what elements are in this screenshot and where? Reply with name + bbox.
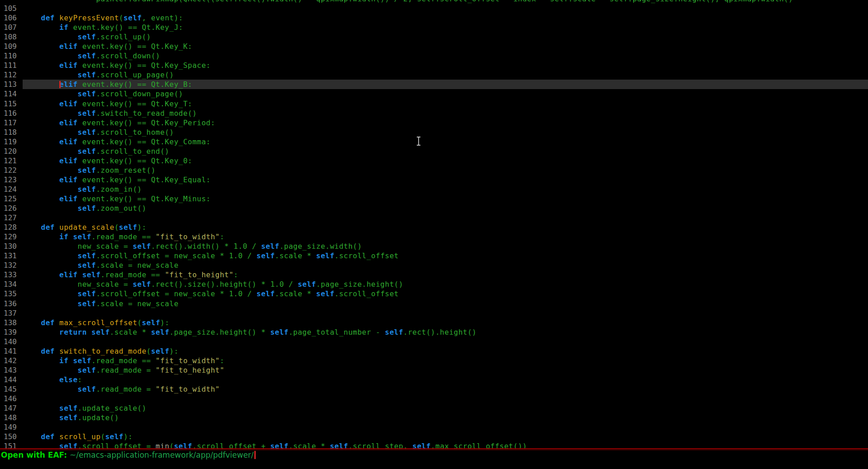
code-text: self.scroll_offset = min(self.scroll_off… bbox=[23, 441, 868, 448]
code-line-138[interactable]: 138 def max_scroll_offset(self): bbox=[0, 318, 868, 327]
line-number: 133 bbox=[0, 270, 23, 280]
code-line-clipped-top[interactable]: painter.drawPixmap(QRect((self.rect().wi… bbox=[0, 0, 868, 4]
code-line-151[interactable]: 151 self.scroll_offset = min(self.scroll… bbox=[0, 441, 868, 448]
code-line-148[interactable]: 148 self.update() bbox=[0, 413, 868, 422]
line-number: 139 bbox=[0, 327, 23, 337]
code-line-114[interactable]: 114 self.scroll_down_page() bbox=[0, 89, 868, 99]
line-number: 124 bbox=[0, 185, 23, 194]
minibuffer-input[interactable]: ~/emacs-application-framework/app/pdfvie… bbox=[70, 450, 254, 460]
line-number: 142 bbox=[0, 356, 23, 365]
code-line-105[interactable]: 105 bbox=[0, 4, 868, 13]
code-line-144[interactable]: 144 else: bbox=[0, 375, 868, 384]
line-number: 121 bbox=[0, 156, 23, 166]
line-number: 150 bbox=[0, 432, 23, 441]
code-line-142[interactable]: 142 if self.read_mode == "fit_to_width": bbox=[0, 356, 868, 365]
code-line-131[interactable]: 131 self.scroll_offset = new_scale * 1.0… bbox=[0, 251, 868, 261]
code-line-121[interactable]: 121 elif event.key() == Qt.Key_0: bbox=[0, 156, 868, 166]
code-text bbox=[23, 394, 868, 403]
code-text: def switch_to_read_mode(self): bbox=[23, 346, 868, 356]
code-text: self.scroll_up_page() bbox=[23, 70, 868, 80]
code-line-125[interactable]: 125 elif event.key() == Qt.Key_Minus: bbox=[0, 194, 868, 204]
code-text: self.scale = new_scale bbox=[23, 299, 868, 308]
code-line-149[interactable]: 149 bbox=[0, 422, 868, 432]
minibuffer-echo-area[interactable]: Open with EAF: ~/emacs-application-frame… bbox=[0, 450, 868, 469]
code-line-150[interactable]: 150 def scroll_up(self): bbox=[0, 432, 868, 441]
code-line-135[interactable]: 135 self.scroll_offset = new_scale * 1.0… bbox=[0, 289, 868, 298]
code-text bbox=[23, 337, 868, 346]
code-line-107[interactable]: 107 if event.key() == Qt.Key_J: bbox=[0, 23, 868, 32]
editor-text-cursor bbox=[59, 81, 61, 88]
code-line-118[interactable]: 118 self.scroll_to_home() bbox=[0, 128, 868, 137]
line-number: 109 bbox=[0, 42, 23, 51]
line-number: 113 bbox=[0, 80, 23, 89]
line-number: 145 bbox=[0, 384, 23, 394]
code-text: self.scroll_to_end() bbox=[23, 147, 868, 156]
code-line-112[interactable]: 112 self.scroll_up_page() bbox=[0, 70, 868, 80]
code-line-128[interactable]: 128 def update_scale(self): bbox=[0, 223, 868, 232]
code-line-141[interactable]: 141 def switch_to_read_mode(self): bbox=[0, 346, 868, 356]
code-line-146[interactable]: 146 bbox=[0, 394, 868, 403]
code-line-116[interactable]: 116 self.switch_to_read_mode() bbox=[0, 109, 868, 118]
code-line-147[interactable]: 147 self.update_scale() bbox=[0, 403, 868, 413]
line-number: 118 bbox=[0, 128, 23, 137]
code-line-136[interactable]: 136 self.scale = new_scale bbox=[0, 299, 868, 308]
code-line-119[interactable]: 119 elif event.key() == Qt.Key_Comma: bbox=[0, 137, 868, 147]
code-line-122[interactable]: 122 self.zoom_reset() bbox=[0, 166, 868, 175]
code-text: return self.scale * self.page_size.heigh… bbox=[23, 327, 868, 337]
code-line-140[interactable]: 140 bbox=[0, 337, 868, 346]
minibuffer-prompt: Open with EAF: bbox=[1, 450, 70, 460]
code-line-134[interactable]: 134 new_scale = self.rect().size().heigh… bbox=[0, 280, 868, 289]
code-line-130[interactable]: 130 new_scale = self.rect().width() * 1.… bbox=[0, 242, 868, 251]
code-text: elif self.read_mode == "fit_to_height": bbox=[23, 270, 868, 280]
code-text: self.read_mode = "fit_to_height" bbox=[23, 365, 868, 375]
code-text: self.update_scale() bbox=[23, 403, 868, 413]
line-number: 120 bbox=[0, 147, 23, 156]
code-editor-window[interactable]: painter.drawPixmap(QRect((self.rect().wi… bbox=[0, 0, 868, 448]
code-line-129[interactable]: 129 if self.read_mode == "fit_to_width": bbox=[0, 232, 868, 242]
code-text: self.scale = new_scale bbox=[23, 261, 868, 270]
code-line-145[interactable]: 145 self.read_mode = "fit_to_width" bbox=[0, 384, 868, 394]
line-number bbox=[0, 0, 23, 4]
code-line-108[interactable]: 108 self.scroll_up() bbox=[0, 32, 868, 42]
code-line-133[interactable]: 133 elif self.read_mode == "fit_to_heigh… bbox=[0, 270, 868, 280]
line-number: 147 bbox=[0, 403, 23, 413]
code-line-139[interactable]: 139 return self.scale * self.page_size.h… bbox=[0, 327, 868, 337]
code-line-132[interactable]: 132 self.scale = new_scale bbox=[0, 261, 868, 270]
line-number: 130 bbox=[0, 242, 23, 251]
code-text: if event.key() == Qt.Key_J: bbox=[23, 23, 868, 32]
code-line-127[interactable]: 127 bbox=[0, 213, 868, 223]
line-number: 129 bbox=[0, 232, 23, 242]
code-line-143[interactable]: 143 self.read_mode = "fit_to_height" bbox=[0, 365, 868, 375]
minibuffer-line[interactable]: Open with EAF: ~/emacs-application-frame… bbox=[1, 450, 256, 460]
minibuffer-text-cursor bbox=[254, 451, 256, 459]
code-text: if self.read_mode == "fit_to_width": bbox=[23, 232, 868, 242]
line-number: 105 bbox=[0, 4, 23, 13]
line-number: 107 bbox=[0, 23, 23, 32]
code-text: def keyPressEvent(self, event): bbox=[23, 13, 868, 23]
code-text: self.update() bbox=[23, 413, 868, 422]
code-line-110[interactable]: 110 self.scroll_down() bbox=[0, 51, 868, 61]
code-text: self.scroll_offset = new_scale * 1.0 / s… bbox=[23, 289, 868, 298]
code-line-115[interactable]: 115 elif event.key() == Qt.Key_T: bbox=[0, 99, 868, 109]
code-line-111[interactable]: 111 elif event.key() == Qt.Key_Space: bbox=[0, 61, 868, 70]
code-text bbox=[23, 422, 868, 432]
code-text: elif event.key() == Qt.Key_T: bbox=[23, 99, 868, 109]
line-number: 144 bbox=[0, 375, 23, 384]
code-line-113[interactable]: 113 elif event.key() == Qt.Key_B: bbox=[0, 80, 868, 89]
code-text: self.scroll_down_page() bbox=[23, 89, 868, 99]
code-text: new_scale = self.rect().size().height() … bbox=[23, 280, 868, 289]
line-number: 138 bbox=[0, 318, 23, 327]
line-number: 125 bbox=[0, 194, 23, 204]
code-line-109[interactable]: 109 elif event.key() == Qt.Key_K: bbox=[0, 42, 868, 51]
code-line-124[interactable]: 124 self.zoom_in() bbox=[0, 185, 868, 194]
code-line-137[interactable]: 137 bbox=[0, 308, 868, 318]
line-number: 112 bbox=[0, 70, 23, 80]
code-text: self.zoom_reset() bbox=[23, 166, 868, 175]
code-line-123[interactable]: 123 elif event.key() == Qt.Key_Equal: bbox=[0, 175, 868, 185]
code-line-106[interactable]: 106 def keyPressEvent(self, event): bbox=[0, 13, 868, 23]
code-line-120[interactable]: 120 self.scroll_to_end() bbox=[0, 147, 868, 156]
line-number: 132 bbox=[0, 261, 23, 270]
code-line-117[interactable]: 117 elif event.key() == Qt.Key_Period: bbox=[0, 118, 868, 128]
code-text: if self.read_mode == "fit_to_width": bbox=[23, 356, 868, 365]
code-line-126[interactable]: 126 self.zoom_out() bbox=[0, 204, 868, 213]
